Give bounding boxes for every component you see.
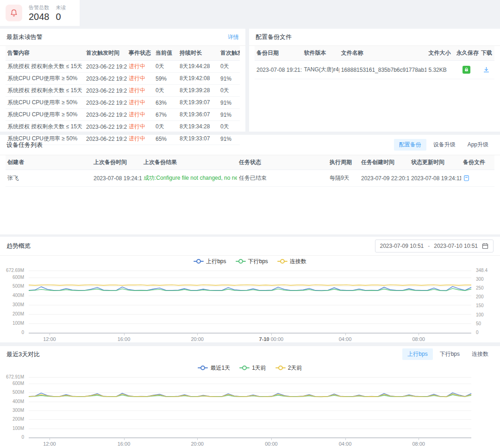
legend-item-2天前[interactable]: 2天前 <box>275 364 302 372</box>
x-tick-mark <box>419 334 419 335</box>
x-axis-label: 20:00 <box>191 441 204 447</box>
table-row: 系统授权 授权剩余天数 ≤ 15天2023-06-22 19:29进行中0天8天… <box>6 121 240 133</box>
x-axis-label: 08:00 <box>412 336 425 342</box>
table-header-row: 告警内容首次触发时间事件状态当前值持续时长首次触发值 <box>6 46 240 61</box>
x-axis-label: 12:00 <box>43 441 56 447</box>
table-cell: 91% <box>219 109 240 121</box>
column-header: 永久保存 <box>455 46 479 61</box>
table-cell: 2023-06-22 19:29 <box>84 133 127 145</box>
tab-下行bps[interactable]: 下行bps <box>435 348 465 360</box>
column-header: 下载 <box>479 46 494 61</box>
config-backup-file-panel: 配置备份文件 备份日期软件版本文件名称文件大小永久保存下载2023-07-08 … <box>249 29 500 132</box>
latest-alarms-panel: 最新未读告警 详情 告警内容首次触发时间事件状态当前值持续时长首次触发值系统授权… <box>0 29 245 132</box>
table-cell: 2023-07-08 19:21:56 <box>255 61 302 79</box>
table-row: 系统授权 授权剩余天数 ≤ 15天2023-06-22 19:29进行中0天8天… <box>6 61 240 73</box>
legend-item-下行bps[interactable]: 下行bps <box>236 258 268 265</box>
table-cell: 任务已结束 <box>237 170 328 187</box>
legend-label: 1天前 <box>252 364 266 372</box>
device-task-panel: 设备任务列表 配置备份设备升级App升级 创建者上次备份时间上次备份结果任务状态… <box>0 135 500 234</box>
table-cell: 8天19:39:28 <box>178 85 219 97</box>
date-range-start[interactable]: 2023-07-09 10:51 <box>380 243 424 249</box>
y-axis-label: 300M <box>3 302 24 307</box>
column-header: 创建者 <box>6 155 92 170</box>
y-axis-label: 500M <box>3 284 24 289</box>
table-cell: 2023-07-08 19:24:11 <box>409 170 461 187</box>
x-tick-mark <box>50 334 50 335</box>
alarm-total-value: 2048 <box>29 12 50 22</box>
table-row: 系统CPU CPU使用率 ≥ 50%2023-06-22 19:29进行中59%… <box>6 73 240 85</box>
alarm-table: 告警内容首次触发时间事件状态当前值持续时长首次触发值系统授权 授权剩余天数 ≤ … <box>6 46 240 145</box>
compare-legend: 最近1天1天前2天前 <box>0 362 500 373</box>
table-cell: 91% <box>219 97 240 109</box>
legend-item-1天前[interactable]: 1天前 <box>239 364 266 372</box>
date-range-separator: - <box>428 243 430 249</box>
y-axis-label: 0 <box>3 435 24 440</box>
table-cell: 进行中 <box>127 121 154 133</box>
y-axis-right-label: 50 <box>476 321 496 326</box>
table-cell: 8天19:34:28 <box>178 121 219 133</box>
lock-icon[interactable] <box>462 66 470 74</box>
x-axis-label: 04:00 <box>339 336 352 342</box>
table-cell: 2023-06-22 19:29 <box>84 61 127 73</box>
legend-label: 最近1天 <box>210 364 230 372</box>
table-cell: 系统CPU CPU使用率 ≥ 50% <box>6 73 84 85</box>
file-icon[interactable] <box>463 175 470 182</box>
y-axis-label: 500M <box>3 390 24 395</box>
table-header-row: 备份日期软件版本文件名称文件大小永久保存下载 <box>255 46 494 61</box>
table-cell: 16888153161_835b7b6c91778ab1910439a109 <box>339 61 427 79</box>
column-header: 备份日期 <box>255 46 302 61</box>
y-axis-label: 100M <box>3 426 24 431</box>
date-range-picker[interactable]: 2023-07-09 10:51 - 2023-07-10 10:51 <box>375 240 494 252</box>
table-cell: 59% <box>154 73 178 85</box>
table-cell: 进行中 <box>127 73 154 85</box>
x-tick-mark <box>271 438 272 440</box>
trend-title: 趋势概览 <box>6 242 31 250</box>
tab-配置备份[interactable]: 配置备份 <box>394 139 426 151</box>
unread-label: 未读 <box>56 4 66 11</box>
column-header: 上次备份结果 <box>142 155 237 170</box>
x-axis-label: 16:00 <box>118 336 131 342</box>
column-header: 事件状态 <box>127 46 154 61</box>
dashboard-page: 告警总数 2048 未读 0 最新未读告警 详情 告警内容首次触发时间事件状态当… <box>0 0 500 448</box>
table-row: 系统CPU CPU使用率 ≥ 50%2023-06-22 19:29进行中63%… <box>6 97 240 109</box>
table-cell: 进行中 <box>127 133 154 145</box>
x-tick-mark <box>197 334 198 335</box>
y-axis-right-label: 300 <box>476 277 496 282</box>
column-header: 持续时长 <box>178 46 219 61</box>
tab-连接数[interactable]: 连接数 <box>467 348 494 360</box>
column-header: 首次触发时间 <box>84 46 127 61</box>
y-axis-right-label: 200 <box>476 294 496 299</box>
tab-设备升级[interactable]: 设备升级 <box>428 139 461 151</box>
trend-legend: 上行bps下行bps连接数 <box>0 256 500 267</box>
latest-alarms-title: 最新未读告警 <box>6 33 43 41</box>
table-cell: 2023-06-22 19:29 <box>84 73 127 85</box>
legend-item-最近1天[interactable]: 最近1天 <box>198 364 230 372</box>
y-axis-label: 200M <box>3 311 24 316</box>
x-axis-label: 16:00 <box>118 441 131 447</box>
calendar-icon[interactable] <box>482 243 488 249</box>
table-cell: 0天 <box>154 85 178 97</box>
column-header: 当前值 <box>154 46 178 61</box>
x-axis-label: 04:00 <box>339 441 352 447</box>
table-row: 系统CPU CPU使用率 ≥ 50%2023-06-22 19:29进行中67%… <box>6 109 240 121</box>
legend-item-上行bps[interactable]: 上行bps <box>194 258 226 265</box>
table-cell: 8天19:44:28 <box>178 61 219 73</box>
y-axis-label: 600M <box>3 381 24 386</box>
alarm-detail-link[interactable]: 详情 <box>228 33 239 41</box>
column-header: 执行周期 <box>328 155 359 170</box>
download-icon[interactable] <box>483 66 490 73</box>
compare-chart: 0100M200M300M400M500M600M672.91M12:0016:… <box>3 373 497 448</box>
x-tick-mark <box>345 438 346 440</box>
y-axis-right-label: 250 <box>476 285 496 290</box>
table-row: 张飞2023-07-08 19:24:11成功:Configure file n… <box>6 170 494 187</box>
tab-上行bps[interactable]: 上行bps <box>402 348 432 360</box>
y-axis-label: 100M <box>3 321 24 326</box>
tab-App升级[interactable]: App升级 <box>462 139 494 151</box>
device-task-tabs: 配置备份设备升级App升级 <box>394 139 494 151</box>
legend-marker <box>277 259 288 264</box>
table-cell: 系统授权 授权剩余天数 ≤ 15天 <box>6 121 84 133</box>
legend-item-连接数[interactable]: 连接数 <box>277 258 306 265</box>
date-range-end[interactable]: 2023-07-10 10:51 <box>434 243 478 249</box>
table-cell: 进行中 <box>127 85 154 97</box>
legend-marker <box>275 366 286 370</box>
